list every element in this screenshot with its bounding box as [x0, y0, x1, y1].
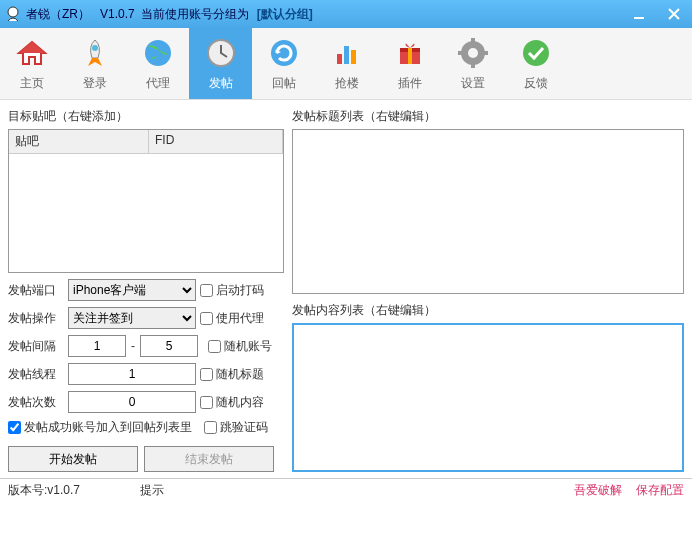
content-list[interactable]	[292, 323, 684, 472]
toolbar-feedback[interactable]: 反馈	[504, 28, 567, 99]
refresh-icon	[266, 35, 302, 71]
titles-list[interactable]	[292, 129, 684, 294]
group-name: [默认分组]	[257, 6, 313, 23]
port-select[interactable]: iPhone客户端	[68, 279, 196, 301]
status-tip: 提示	[140, 482, 164, 499]
gear-icon	[455, 35, 491, 71]
toolbar-plugin[interactable]: 插件	[378, 28, 441, 99]
toolbar-label: 主页	[20, 75, 44, 92]
port-label: 发帖端口	[8, 282, 64, 299]
interval-from[interactable]	[68, 335, 126, 357]
toolbar-label: 设置	[461, 75, 485, 92]
svg-point-0	[8, 7, 18, 17]
toolbar-settings[interactable]: 设置	[441, 28, 504, 99]
stop-button[interactable]: 结束发帖	[144, 446, 274, 472]
svg-rect-16	[458, 51, 464, 55]
chk-randacc[interactable]: 随机账号	[208, 338, 272, 355]
app-icon	[4, 5, 22, 23]
titles-label: 发帖标题列表（右键编辑）	[292, 108, 684, 125]
clock-icon	[203, 35, 239, 71]
toolbar-home[interactable]: 主页	[0, 28, 63, 99]
group-prefix: 当前使用账号分组为	[141, 6, 249, 23]
svg-point-18	[523, 40, 549, 66]
svg-rect-1	[634, 17, 644, 19]
svg-rect-8	[351, 50, 356, 64]
toolbar-label: 反馈	[524, 75, 548, 92]
globe-icon	[140, 35, 176, 71]
content: 目标贴吧（右键添加） 贴吧 FID 发帖端口 iPhone客户端 启动打码 发帖…	[0, 100, 692, 478]
toolbar-post[interactable]: 发帖	[189, 28, 252, 99]
rocket-icon	[77, 35, 113, 71]
app-name: 者锐（ZR）	[26, 6, 90, 23]
target-tieba-label: 目标贴吧（右键添加）	[8, 108, 284, 125]
svg-point-5	[271, 40, 297, 66]
toolbar-label: 代理	[146, 75, 170, 92]
chk-skipcode[interactable]: 跳验证码	[204, 419, 268, 436]
toolbar-label: 登录	[83, 75, 107, 92]
count-label: 发帖次数	[8, 394, 64, 411]
svg-point-3	[145, 40, 171, 66]
svg-rect-17	[482, 51, 488, 55]
thread-label: 发帖线程	[8, 366, 64, 383]
start-button[interactable]: 开始发帖	[8, 446, 138, 472]
thread-input[interactable]	[68, 363, 196, 385]
toolbar: 主页 登录 代理 发帖 回帖 抢楼 插件 设置 反馈	[0, 28, 692, 100]
svg-point-13	[468, 48, 478, 58]
link-52pojie[interactable]: 吾爱破解	[574, 482, 622, 499]
count-input[interactable]	[68, 391, 196, 413]
interval-label: 发帖间隔	[8, 338, 64, 355]
toolbar-label: 发帖	[209, 75, 233, 92]
check-icon	[518, 35, 554, 71]
chk-dama[interactable]: 启动打码	[200, 282, 264, 299]
op-label: 发帖操作	[8, 310, 64, 327]
svg-rect-11	[408, 48, 412, 64]
dash: -	[130, 339, 136, 353]
op-select[interactable]: 关注并签到	[68, 307, 196, 329]
toolbar-label: 插件	[398, 75, 422, 92]
svg-point-2	[92, 45, 98, 51]
right-column: 发帖标题列表（右键编辑） 发帖内容列表（右键编辑）	[292, 106, 684, 472]
status-version: 版本号:v1.0.7	[8, 482, 80, 499]
chk-addreply[interactable]: 发帖成功账号加入到回帖列表里	[8, 419, 192, 436]
svg-rect-14	[471, 38, 475, 44]
left-column: 目标贴吧（右键添加） 贴吧 FID 发帖端口 iPhone客户端 启动打码 发帖…	[8, 106, 284, 472]
content-label: 发帖内容列表（右键编辑）	[292, 302, 684, 319]
svg-rect-15	[471, 62, 475, 68]
statusbar: 版本号:v1.0.7 提示 吾爱破解 保存配置	[0, 478, 692, 502]
svg-rect-6	[337, 54, 342, 64]
toolbar-label: 抢楼	[335, 75, 359, 92]
toolbar-proxy[interactable]: 代理	[126, 28, 189, 99]
home-icon	[14, 35, 50, 71]
chk-proxy[interactable]: 使用代理	[200, 310, 264, 327]
svg-rect-7	[344, 46, 349, 64]
target-tieba-list[interactable]: 贴吧 FID	[8, 129, 284, 273]
chart-icon	[329, 35, 365, 71]
interval-to[interactable]	[140, 335, 198, 357]
list-header: 贴吧 FID	[9, 130, 283, 154]
titlebar: 者锐（ZR） V1.0.7 当前使用账号分组为 [默认分组]	[0, 0, 692, 28]
chk-randtitle[interactable]: 随机标题	[200, 366, 264, 383]
toolbar-reply[interactable]: 回帖	[252, 28, 315, 99]
link-saveconfig[interactable]: 保存配置	[636, 482, 684, 499]
col-tieba[interactable]: 贴吧	[9, 130, 149, 153]
toolbar-login[interactable]: 登录	[63, 28, 126, 99]
gift-icon	[392, 35, 428, 71]
minimize-button[interactable]	[626, 4, 654, 24]
close-button[interactable]	[660, 4, 688, 24]
app-version: V1.0.7	[100, 7, 135, 21]
toolbar-grab[interactable]: 抢楼	[315, 28, 378, 99]
chk-randcontent[interactable]: 随机内容	[200, 394, 264, 411]
toolbar-label: 回帖	[272, 75, 296, 92]
col-fid[interactable]: FID	[149, 130, 283, 153]
